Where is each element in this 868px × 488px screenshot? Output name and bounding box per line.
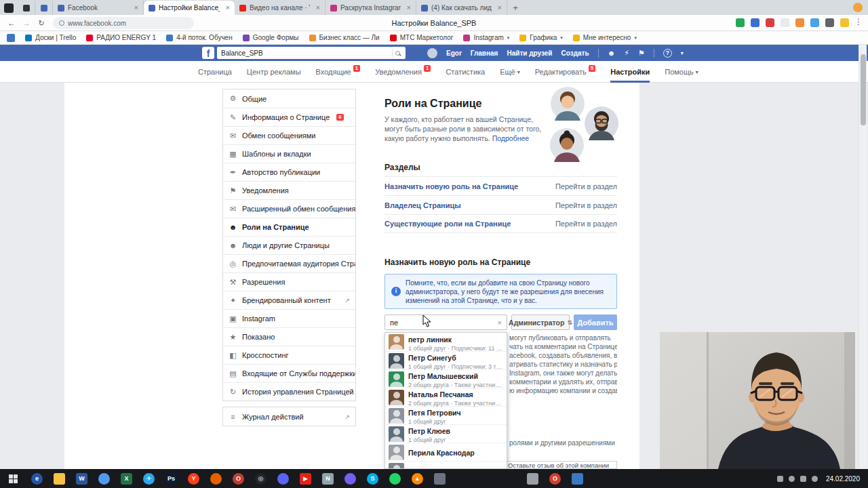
sidebar-item-general[interactable]: ⚙Общие (223, 89, 355, 108)
taskbar-app-gray[interactable] (429, 469, 451, 488)
bookmark-trello[interactable]: Доски | Trello (25, 34, 76, 41)
pinned-tab-1[interactable] (18, 1, 35, 15)
sidebar-item-messaging[interactable]: ✉Обмен сообщениями (223, 126, 355, 144)
extension-icon[interactable] (766, 18, 774, 27)
role-selector[interactable]: Администратор ⇅ (511, 314, 570, 330)
taskbar-app-telegram[interactable]: ✈ (138, 469, 160, 488)
assign-role-link[interactable]: Назначить новую роль на Странице (384, 182, 518, 190)
typeahead-result[interactable]: Петя Петрович1 общий друг (385, 406, 507, 424)
page-nav-tab-insights[interactable]: Статистика (446, 61, 485, 83)
taskbar-app-excel[interactable]: X (115, 469, 138, 488)
home-link[interactable]: Главная (471, 49, 498, 57)
sidebar-item-permissions[interactable]: ⚒Разрешения (223, 272, 355, 291)
taskbar-app-whatsapp[interactable] (384, 469, 406, 488)
sidebar-item-crossposting[interactable]: ◧Кросспостинг (223, 346, 355, 364)
sidebar-item-activity-log[interactable]: ≡Журнал действий↗ (223, 407, 355, 426)
typeahead-result[interactable]: Перила Краснодар (385, 443, 507, 461)
taskbar-app-explorer[interactable] (48, 469, 71, 488)
typeahead-result[interactable]: Наталья Песчаная2 общих друга · Также уч… (385, 388, 507, 406)
taskbar-app-viber[interactable] (339, 469, 361, 488)
person-search-input[interactable] (390, 319, 498, 327)
messenger-icon[interactable]: ⚡ (624, 49, 629, 58)
tab-instagram-promo[interactable]: Раскрутка Instagram | Мар × (326, 1, 416, 15)
avatar[interactable] (427, 48, 437, 58)
tray-overflow-icon[interactable] (777, 476, 783, 482)
tab-close-icon[interactable]: × (313, 4, 320, 12)
taskbar-app-discord[interactable] (272, 469, 294, 488)
page-owner-link[interactable]: Владелец Страницы (384, 201, 461, 209)
facebook-search-box[interactable] (217, 47, 406, 59)
page-nav-tab-help[interactable]: Помощь▾ (665, 61, 698, 83)
tab-facebook[interactable]: Facebook × (53, 1, 144, 15)
taskbar-app-firefox[interactable] (205, 469, 227, 488)
taskbar-app-word[interactable]: W (71, 469, 93, 488)
address-bar[interactable]: www.facebook.com (53, 17, 194, 29)
tab-settings-balance-spb[interactable]: Настройки Balance_SPB × (144, 1, 235, 15)
page-nav-tab-edit[interactable]: Редактировать5 (535, 61, 595, 83)
sidebar-item-support-inbox[interactable]: ▤Входящие от Службы поддержки для Ст↗ (223, 364, 355, 382)
bookmark-folder-interests[interactable]: Мне интересно▾ (573, 34, 637, 41)
sidebar-item-people-other-pages[interactable]: ☻Люди и другие Страницы (223, 236, 355, 254)
add-button[interactable]: Добавить (574, 314, 617, 330)
browser-menu-icon[interactable] (4, 3, 14, 13)
page-nav-tab-notifications[interactable]: Уведомления1 (375, 61, 431, 83)
start-button[interactable] (0, 469, 26, 488)
friend-requests-icon[interactable]: ☻ (608, 49, 616, 57)
help-icon[interactable]: ? (663, 49, 672, 58)
existing-roles-link[interactable]: Существующие роли на Странице (384, 220, 511, 228)
sidebar-item-instagram[interactable]: ▣Instagram (223, 309, 355, 327)
page-nav-tab-ads-center[interactable]: Центр рекламы (247, 61, 301, 83)
extension-icon[interactable] (751, 18, 760, 27)
bookmark-mts[interactable]: МТС Маркетолог (390, 34, 454, 41)
sidebar-item-templates-tabs[interactable]: ▦Шаблоны и вкладки (223, 144, 355, 163)
extension-icon[interactable] (781, 18, 789, 27)
page-nav-tab-inbox[interactable]: Входящие1 (316, 61, 361, 83)
bookmark-folder-graphics[interactable]: Графика▾ (519, 34, 562, 41)
taskbar-app-notepad[interactable]: N (317, 469, 339, 488)
find-friends-link[interactable]: Найти друзей (507, 49, 552, 57)
new-tab-button[interactable]: + (507, 1, 524, 15)
taskbar-app-yandex-browser[interactable]: Y (182, 469, 205, 488)
taskbar-app-opera[interactable]: O (227, 469, 250, 488)
sidebar-item-post-attribution[interactable]: ✒Авторство публикации (223, 163, 355, 181)
facebook-logo[interactable]: f (202, 47, 214, 59)
go-to-section-link[interactable]: Перейти в раздел (555, 201, 617, 209)
page-nav-tab-settings[interactable]: Настройки (610, 61, 650, 83)
sidebar-item-preferred-audience[interactable]: ◎Предпочитаемая аудитория Страницы (223, 254, 355, 272)
search-input[interactable] (221, 49, 389, 57)
extension-icon[interactable] (736, 18, 745, 27)
taskbar-app-vlc[interactable]: ▲ (406, 469, 429, 488)
reload-button[interactable]: ↻ (35, 17, 47, 29)
profile-link[interactable]: Egor (446, 49, 462, 57)
sidebar-item-branded-content[interactable]: ✦Брендированный контент↗ (223, 291, 355, 309)
page-scrollbar[interactable] (859, 45, 867, 469)
bookmark-business-class[interactable]: Бизнес класс — Ли (309, 34, 380, 41)
taskbar-date[interactable]: 24.02.2020 (826, 475, 860, 483)
forward-button[interactable]: → (20, 17, 33, 29)
typeahead-result[interactable]: петр линник1 общий друг · Подписчики: 11… (385, 333, 507, 351)
tab-close-icon[interactable]: × (404, 4, 411, 12)
page-nav-tab-more[interactable]: Ещё▾ (500, 61, 520, 83)
company-feedback-button[interactable]: Оставьте отзыв об этой компании (500, 461, 617, 469)
extension-icon[interactable] (795, 18, 804, 27)
taskbar-app-photoshop[interactable]: Ps (160, 469, 182, 488)
back-button[interactable]: ← (5, 17, 18, 29)
tab-close-icon[interactable]: × (495, 4, 502, 12)
create-link[interactable]: Создать (561, 49, 589, 57)
tab-leads[interactable]: (4) Как скачать лиды с фей × (416, 1, 507, 15)
browser-menu-dots-icon[interactable]: ⋮ (854, 17, 863, 26)
typeahead-result[interactable]: Петр Малышевский2 общих друга · Также уч… (385, 369, 507, 388)
extension-icon[interactable] (840, 18, 849, 27)
browser-profile-icon[interactable] (853, 3, 863, 12)
tray-volume-icon[interactable] (812, 476, 818, 482)
tray-antivirus-icon[interactable] (789, 476, 795, 482)
sidebar-item-featured[interactable]: ★Показано (223, 327, 355, 346)
pinned-tab-2[interactable] (35, 1, 53, 15)
bookmarks-panel-icon[interactable] (7, 34, 15, 42)
typeahead-result[interactable]: Петр Синегуб1 общий друг · Подписчики: 3… (385, 351, 507, 369)
sidebar-item-page-roles[interactable]: ☻Роли на Странице (223, 218, 355, 236)
scrollbar-thumb[interactable] (861, 54, 866, 125)
tray-network-icon[interactable] (800, 476, 806, 482)
person-search-field[interactable]: × (384, 314, 507, 330)
taskbar-app-obs[interactable]: ◎ (250, 469, 272, 488)
